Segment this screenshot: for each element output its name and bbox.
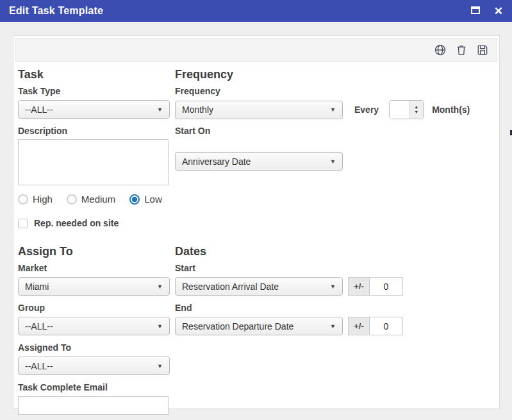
end-date-value: Reservation Departure Date — [182, 321, 293, 332]
save-icon[interactable] — [476, 44, 489, 56]
task-type-label: Task Type — [18, 86, 60, 96]
priority-radio-high[interactable]: High — [18, 194, 53, 205]
spinner-buttons[interactable]: ▲ ▼ — [409, 101, 423, 119]
window-controls: ✕ — [471, 5, 503, 17]
priority-radio-medium[interactable]: Medium — [67, 194, 115, 205]
frequency-select[interactable]: Monthly ▼ — [175, 101, 343, 119]
modal-header: Edit Task Template ✕ — [0, 0, 512, 22]
assigned-to-label: Assigned To — [18, 342, 71, 353]
start-label: Start — [175, 263, 195, 273]
delete-icon[interactable] — [455, 44, 468, 56]
modal-body: Task Frequency Task Type Frequency --ALL… — [0, 22, 512, 409]
edit-task-template-modal: Edit Task Template ✕ Task — [0, 0, 512, 420]
dropdown-caret-icon: ▼ — [330, 158, 336, 165]
spinner-up-icon[interactable]: ▲ — [414, 105, 418, 110]
task-template-panel: Task Frequency Task Type Frequency --ALL… — [13, 35, 500, 409]
checkbox-icon[interactable] — [18, 219, 28, 228]
assigned-to-select[interactable]: --ALL-- ▼ — [18, 357, 170, 375]
start-date-select[interactable]: Reservation Arrival Date ▼ — [175, 277, 343, 296]
months-label: Month(s) — [432, 105, 470, 115]
frequency-section-heading: Frequency — [175, 68, 495, 81]
assigned-to-value: --ALL-- — [25, 361, 53, 371]
dropdown-caret-icon: ▼ — [157, 363, 163, 369]
dates-section-heading: Dates — [175, 245, 495, 258]
dropdown-caret-icon: ▼ — [330, 323, 336, 330]
form-content: Task Frequency Task Type Frequency --ALL… — [15, 62, 497, 415]
task-complete-email-label: Task Complete Email — [18, 382, 108, 392]
end-offset-input[interactable] — [370, 317, 403, 335]
priority-high-label: High — [33, 194, 53, 205]
every-spinner: ▲ ▼ — [389, 100, 424, 119]
modal-title: Edit Task Template — [9, 5, 103, 17]
priority-low-label: Low — [144, 194, 162, 205]
dropdown-caret-icon: ▼ — [157, 323, 163, 330]
close-icon[interactable]: ✕ — [494, 6, 503, 17]
rep-needed-checkbox-row[interactable]: Rep. needed on site — [18, 218, 119, 228]
market-value: Miami — [25, 281, 49, 292]
start-date-value: Reservation Arrival Date — [182, 281, 279, 292]
frequency-label: Frequency — [175, 86, 220, 96]
dropdown-caret-icon: ▼ — [157, 283, 163, 290]
dropdown-caret-icon: ▼ — [330, 283, 336, 290]
start-offset-input[interactable] — [370, 277, 403, 296]
group-label: Group — [18, 303, 45, 313]
priority-radio-low[interactable]: Low — [129, 194, 162, 205]
task-complete-email-input[interactable] — [18, 396, 169, 415]
priority-radio-group: High Medium Low — [18, 194, 162, 205]
start-on-select[interactable]: Anniversary Date ▼ — [175, 152, 343, 171]
radio-circle-icon — [129, 194, 140, 205]
group-value: --ALL-- — [25, 321, 53, 332]
end-label: End — [175, 303, 192, 313]
radio-circle-icon — [67, 194, 77, 205]
rep-needed-label: Rep. needed on site — [34, 218, 119, 228]
end-date-select[interactable]: Reservation Departure Date ▼ — [175, 317, 343, 335]
assign-to-section-heading: Assign To — [18, 245, 175, 258]
group-select[interactable]: --ALL-- ▼ — [18, 317, 170, 335]
globe-icon[interactable] — [434, 44, 447, 56]
every-input[interactable] — [390, 101, 409, 119]
every-label: Every — [354, 105, 379, 115]
start-on-label: Start On — [175, 126, 210, 136]
start-offset-addon: +/- — [348, 277, 370, 296]
task-section-heading: Task — [18, 68, 175, 81]
end-offset-addon: +/- — [348, 317, 370, 335]
dropdown-caret-icon: ▼ — [157, 106, 163, 113]
description-textarea[interactable] — [18, 139, 169, 185]
task-type-value: --ALL-- — [25, 105, 53, 115]
panel-toolbar — [15, 38, 497, 62]
spinner-down-icon[interactable]: ▼ — [414, 110, 418, 115]
frequency-value: Monthly — [182, 105, 213, 115]
task-type-select[interactable]: --ALL-- ▼ — [18, 100, 170, 119]
priority-medium-label: Medium — [81, 194, 115, 205]
description-label: Description — [18, 126, 67, 136]
radio-circle-icon — [18, 194, 28, 205]
market-label: Market — [18, 263, 47, 273]
market-select[interactable]: Miami ▼ — [18, 277, 170, 296]
dropdown-caret-icon: ▼ — [330, 106, 336, 113]
maximize-icon[interactable] — [471, 5, 480, 17]
start-on-value: Anniversary Date — [182, 156, 251, 167]
